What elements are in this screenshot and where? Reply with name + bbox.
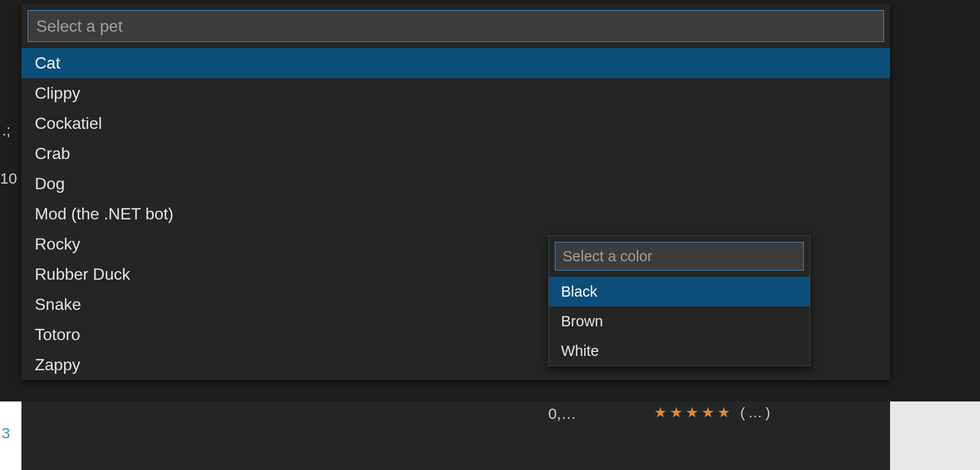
pet-quickpick-input-wrap [21, 4, 890, 48]
background-download-count: 0,… [548, 405, 576, 422]
background-rating-tail: (…) [740, 405, 774, 420]
color-quickpick-item-brown[interactable]: Brown [549, 306, 810, 336]
background-text-fragment: .; [2, 122, 11, 139]
background-star-rating: ★★★★★ (…) [654, 404, 773, 421]
background-light-strip [0, 401, 980, 470]
pet-quickpick-item-cockatiel[interactable]: Cockatiel [21, 108, 890, 139]
pet-quickpick-item-crab[interactable]: Crab [21, 139, 890, 169]
color-quickpick-panel: Black Brown White [548, 235, 810, 366]
pet-quickpick-item-dog[interactable]: Dog [21, 169, 890, 199]
pet-quickpick-item-clippy[interactable]: Clippy [21, 78, 890, 108]
pet-quickpick-input[interactable] [28, 10, 884, 42]
star-icon: ★★★★★ [654, 405, 733, 420]
color-quickpick-list: Black Brown White [549, 277, 810, 366]
pet-quickpick-item-cat[interactable]: Cat [21, 48, 890, 78]
background-text-fragment: 10 [0, 170, 17, 187]
color-quickpick-item-white[interactable]: White [549, 336, 810, 366]
color-quickpick-input[interactable] [555, 242, 804, 271]
color-quickpick-item-black[interactable]: Black [549, 277, 810, 306]
background-gutter-number: 3 [2, 424, 10, 442]
pet-quickpick-item-mod[interactable]: Mod (the .NET bot) [21, 199, 890, 229]
color-quickpick-input-wrap [549, 236, 810, 277]
